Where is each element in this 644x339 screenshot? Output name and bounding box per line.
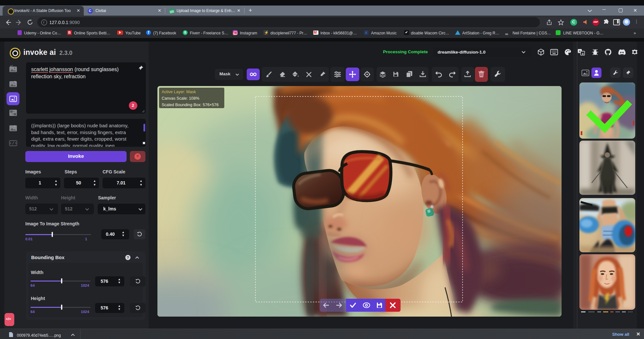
svg-text:Aᴬ: Aᴬ bbox=[10, 65, 13, 68]
svg-text:a: a bbox=[582, 52, 584, 55]
